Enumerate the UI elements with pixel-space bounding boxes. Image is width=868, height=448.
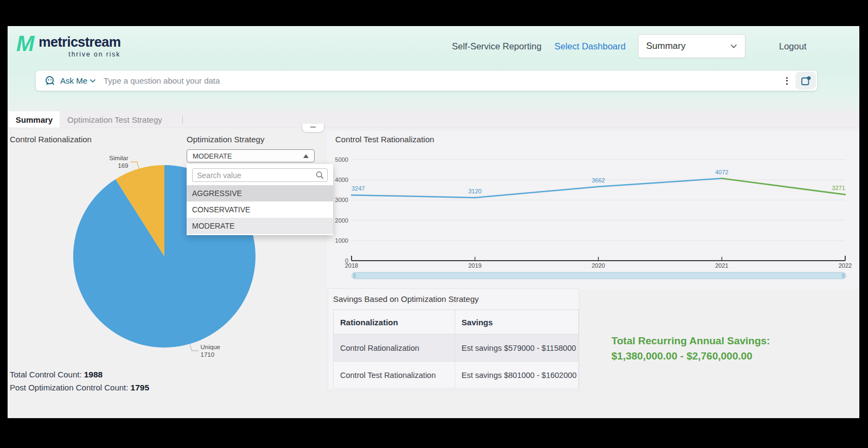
nav-title: Self-Service Reporting: [452, 41, 541, 52]
panel-collapse-handle[interactable]: [302, 124, 324, 132]
strategy-dropdown: AGGRESSIVE CONSERVATIVE MODERATE: [187, 164, 333, 235]
strategy-select[interactable]: MODERATE: [187, 149, 315, 162]
y-axis-tick-label: 1000: [335, 237, 348, 244]
tab-divider: [182, 115, 183, 124]
chart-scrollbar[interactable]: [352, 272, 846, 279]
metricstream-logo-icon: M: [16, 31, 34, 55]
dropdown-option-aggressive[interactable]: AGGRESSIVE: [187, 185, 333, 201]
tab-optimization-test-strategy[interactable]: Optimization Test Strategy: [60, 111, 170, 128]
pie-slice-label: Similar169: [109, 155, 128, 169]
savings-title: Savings Based on Optimization Strategy: [333, 294, 478, 304]
post-optimization-count-value: 1795: [131, 383, 149, 392]
logout-button[interactable]: Logout: [779, 41, 806, 52]
data-point-label: 3271: [832, 185, 845, 191]
data-point-label: 3120: [468, 188, 481, 194]
brand-wordmark: metricstream: [39, 34, 120, 50]
pie-chart-title: Control Rationalization: [10, 135, 92, 144]
table-row[interactable]: Control Test Rationalization Est savings…: [334, 362, 579, 389]
x-axis-tick-label: 2022: [839, 262, 852, 269]
savings-table: Rationalization Savings Control Rational…: [333, 310, 579, 389]
scrollbar-right-handle[interactable]: [842, 273, 845, 278]
tab-summary[interactable]: Summary: [9, 111, 60, 128]
select-dashboard-link[interactable]: Select Dashboard: [554, 41, 626, 52]
dropdown-option-conservative[interactable]: CONSERVATIVE: [187, 201, 333, 218]
scrollbar-left-handle[interactable]: [353, 273, 356, 278]
post-optimization-control-count: Post Optimization Control Count: 1795: [10, 383, 149, 393]
y-axis-tick-label: 3000: [335, 197, 348, 203]
strategy-select-value: MODERATE: [193, 152, 232, 160]
y-axis-tick-label: 4000: [335, 176, 348, 183]
brand-logo: M metricstream thrive on risk: [16, 31, 120, 58]
total-savings-title: Total Recurring Annual Savings:: [611, 333, 770, 349]
pie-slice-label: Unique1710: [201, 344, 220, 358]
line-segment: [352, 195, 475, 198]
line-chart-title: Control Test Rationalization: [335, 135, 434, 144]
strategy-label: Optimization Strategy: [187, 135, 264, 144]
chevron-down-icon: [730, 44, 737, 49]
line-segment: [475, 187, 599, 198]
data-point-label: 3662: [592, 177, 605, 184]
ask-me-label[interactable]: Ask Me: [60, 76, 87, 85]
table-row[interactable]: Control Rationalization Est savings $579…: [334, 335, 579, 362]
y-axis-tick-label: 2000: [335, 217, 348, 224]
external-window-icon: [801, 75, 811, 86]
brand-tagline: thrive on risk: [68, 51, 120, 58]
column-header-rationalization: Rationalization: [334, 310, 455, 335]
dashboard-select[interactable]: Summary: [638, 34, 745, 58]
dropdown-search-input[interactable]: [192, 168, 328, 182]
y-axis-tick-label: 5000: [335, 156, 348, 163]
column-header-savings: Savings: [455, 310, 578, 335]
ask-question-input[interactable]: [103, 75, 782, 86]
x-axis-tick-label: 2018: [345, 262, 358, 269]
total-savings-value: $1,380,000.00 - $2,760,000.00: [611, 349, 770, 364]
app-window: M metricstream thrive on risk Self-Servi…: [8, 26, 859, 418]
x-axis-tick-label: 2020: [592, 262, 605, 269]
triangle-up-icon: [303, 154, 309, 158]
savings-panel: Savings Based on Optimization Strategy R…: [328, 288, 579, 390]
dropdown-option-moderate[interactable]: MODERATE: [187, 218, 333, 234]
table-header-row: Rationalization Savings: [334, 310, 579, 335]
data-point-label: 4072: [715, 169, 728, 175]
pie-label-connector: [131, 162, 139, 169]
dashboard-select-value: Summary: [646, 41, 686, 52]
line-segment: [722, 179, 846, 195]
search-icon: [316, 171, 324, 179]
line-chart[interactable]: 0100020003000400050002018201920202021202…: [328, 143, 859, 270]
ask-chat-icon: [44, 75, 56, 86]
open-new-window-button[interactable]: [795, 72, 816, 90]
screen-frame: M metricstream thrive on risk Self-Servi…: [0, 0, 868, 448]
pie-label-connector: [190, 344, 199, 351]
kebab-menu-icon[interactable]: [782, 74, 792, 88]
chevron-down-icon[interactable]: [90, 79, 96, 83]
data-point-label: 3247: [352, 185, 365, 192]
total-savings: Total Recurring Annual Savings: $1,380,0…: [611, 333, 770, 364]
tab-bar: Summary Optimization Test Strategy: [8, 111, 859, 128]
x-axis-tick-label: 2021: [715, 262, 728, 269]
ask-bar[interactable]: Ask Me: [36, 71, 817, 91]
x-axis-tick-label: 2019: [468, 262, 481, 269]
